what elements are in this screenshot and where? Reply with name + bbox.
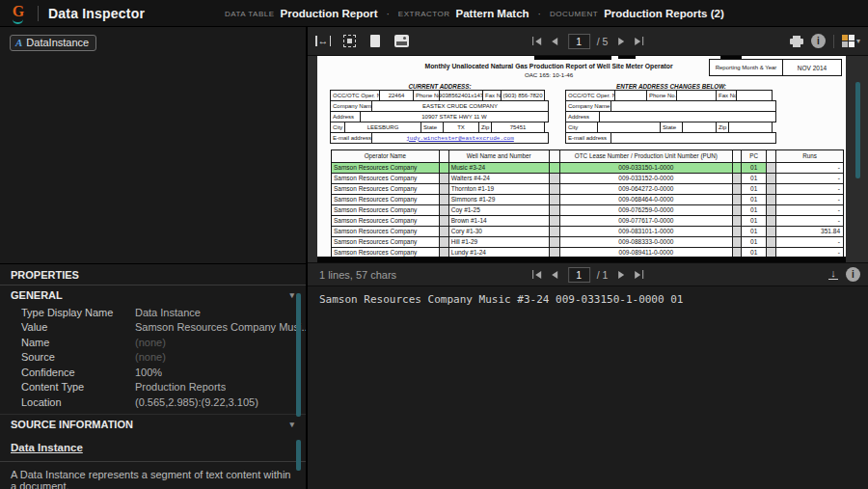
gap-cell	[550, 227, 560, 236]
email-empty	[610, 132, 776, 144]
document-panel: ↔ 1 / 5	[308, 27, 868, 489]
gap-cell	[767, 184, 776, 194]
breadcrumb-label: DATA TABLE	[225, 10, 275, 18]
first-line-button[interactable]	[532, 270, 541, 279]
gap-cell	[440, 227, 449, 236]
instance-tree-panel[interactable]: A DataInstance	[0, 27, 306, 264]
first-page-button[interactable]	[532, 37, 541, 45]
operator-cell: Samson Resources Company	[332, 195, 440, 204]
chevron-down-icon[interactable]: ▾	[289, 290, 294, 300]
runs-cell: -	[776, 237, 843, 247]
well-cell: Coy #1-25	[449, 205, 550, 215]
well-table-row[interactable]: Samson Resources CompanyBrown #1-14009-0…	[332, 216, 843, 227]
previous-line-button[interactable]	[552, 271, 557, 279]
pc-cell: 01	[742, 216, 767, 226]
well-table-row[interactable]: Samson Resources CompanyThornton #1-1900…	[332, 184, 843, 195]
next-line-button[interactable]	[618, 271, 624, 279]
document-page[interactable]: Monthly Unallocated Natural Gas Producti…	[317, 56, 846, 262]
pun-cell: 009-076259-0-0000	[560, 205, 734, 215]
pun-cell: 009-033150-1-0000	[560, 163, 734, 173]
gap-cell	[767, 227, 776, 236]
gap-cell	[733, 205, 742, 215]
property-row: ValueSamson Resources Company Musi...	[0, 320, 306, 336]
runs-cell: -	[776, 184, 843, 194]
line-number-input[interactable]: 1	[568, 267, 590, 283]
tree-node-datainstance[interactable]: A DataInstance	[10, 35, 96, 51]
download-button[interactable]: ↓	[828, 269, 838, 281]
gap-cell	[733, 227, 742, 236]
logo-arc	[13, 19, 23, 24]
reporting-month-label: Reporting Month & Year	[710, 60, 783, 75]
gap-cell	[733, 195, 742, 204]
divider	[833, 35, 834, 48]
last-page-button[interactable]	[635, 37, 643, 45]
runs-cell: -	[776, 205, 843, 215]
pc-cell: 01	[742, 205, 767, 215]
gap-cell	[440, 184, 449, 194]
address-changes-table: OCC/OTC Oper. No. Phone No. Fax No. Comp…	[566, 91, 776, 144]
help-heading-link[interactable]: Data Instance	[11, 442, 83, 453]
pun-cell: 009-077617-0-0000	[560, 216, 734, 226]
property-value: Data Instance	[135, 307, 201, 318]
well-table-row-highlighted[interactable]: Samson Resources CompanyMusic #3-24009-0…	[332, 163, 843, 174]
form-title: Monthly Unallocated Natural Gas Producti…	[370, 63, 727, 69]
well-table-row[interactable]: Samson Resources CompanySimmons #1-29009…	[332, 195, 843, 205]
properties-scrollbar[interactable]	[296, 293, 301, 417]
previous-page-button[interactable]	[552, 38, 557, 45]
section-header-general[interactable]: GENERAL ▾	[0, 285, 306, 305]
header-cell: OTC Lease Number / Production Unit Numbe…	[560, 150, 734, 162]
runs-cell: -	[776, 163, 843, 173]
property-value: 100%	[135, 367, 162, 378]
header-gap-cell	[733, 150, 742, 162]
fit-width-button[interactable]: ↔	[312, 31, 334, 52]
status-bar-right: ↓ i	[828, 263, 860, 285]
logo-letter: G	[9, 4, 28, 19]
gap-cell	[440, 216, 449, 226]
layout-grid-icon	[842, 35, 854, 47]
page-number-input[interactable]: 1	[568, 34, 590, 49]
well-cell: Simmons #1-29	[449, 195, 550, 204]
print-button[interactable]	[790, 36, 803, 47]
gap-cell	[550, 174, 560, 183]
info-button[interactable]: i	[846, 267, 860, 282]
well-table-row[interactable]: Samson Resources CompanyWalters #4-24009…	[332, 174, 843, 184]
line-count-label: / 1	[597, 269, 609, 281]
left-panel: A DataInstance PROPERTIES GENERAL ▾ Type…	[0, 27, 308, 489]
last-line-button[interactable]	[635, 270, 643, 279]
text-status-bar: 1 lines, 57 chars 1 / 1 ↓ i	[308, 262, 868, 286]
chevron-down-icon[interactable]: ▾	[289, 420, 294, 429]
properties-scrollbar[interactable]	[296, 440, 301, 471]
layout-mode-button[interactable]: ▾	[842, 35, 860, 47]
property-value: (none)	[135, 351, 166, 363]
property-row: Source(none)	[0, 350, 306, 366]
well-cell: Walters #4-24	[449, 174, 550, 183]
well-table-row[interactable]: Samson Resources CompanyHill #1-29009-08…	[332, 237, 843, 248]
header-gap-cell	[440, 150, 449, 162]
property-value: Samson Resources Company Musi...	[135, 321, 306, 333]
reporting-month-value: NOV 2014	[783, 60, 841, 75]
image-view-button[interactable]	[391, 31, 412, 52]
gap-cell	[550, 184, 560, 194]
well-table-row[interactable]: Samson Resources CompanyCoy #1-25009-076…	[332, 205, 843, 216]
app-header: G Data Inspector DATA TABLEProduction Re…	[0, 0, 868, 27]
operator-cell: Samson Resources Company	[332, 174, 440, 183]
breadcrumb-separator: ·	[538, 9, 541, 19]
current-address-table: OCC/OTC Oper. No. 22464 Phone No. 903856…	[331, 91, 549, 144]
region-select-button[interactable]	[339, 31, 360, 52]
runs-cell: -	[776, 195, 843, 204]
gap-cell	[767, 195, 776, 204]
section-header-source-information[interactable]: SOURCE INFORMATION ▾	[0, 414, 306, 435]
document-viewer[interactable]: Monthly Unallocated Natural Gas Producti…	[308, 56, 868, 262]
gap-cell	[440, 205, 449, 215]
copy-pages-button[interactable]	[365, 31, 386, 52]
viewer-scrollbar[interactable]	[855, 82, 860, 178]
property-row: Confidence100%	[0, 365, 306, 380]
info-button[interactable]: i	[811, 34, 826, 48]
breadcrumb-separator: ·	[387, 9, 390, 19]
next-page-button[interactable]	[618, 38, 624, 45]
pun-cell: 009-068464-0-0000	[560, 195, 734, 204]
header-cell: Well Name and Number	[449, 150, 550, 162]
well-table-row[interactable]: Samson Resources CompanyCory #1-30009-08…	[332, 227, 843, 237]
operator-cell: Samson Resources Company	[332, 227, 440, 236]
extracted-text-panel[interactable]: Samson Resources Company Music #3-24 009…	[308, 286, 868, 489]
